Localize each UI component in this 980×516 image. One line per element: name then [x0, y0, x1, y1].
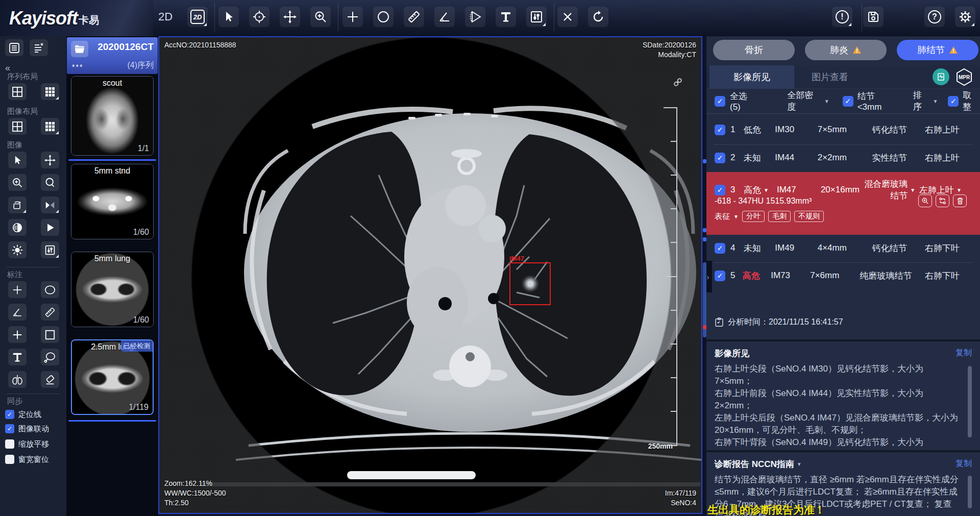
sync-option-window-level[interactable]: 窗宽窗位	[5, 454, 49, 465]
study-header[interactable]: 20200126CT *** (4)序列	[67, 37, 158, 74]
annotation-ruler-button[interactable]	[41, 304, 59, 321]
module-fracture-button[interactable]: 骨折	[713, 40, 795, 60]
follow-up-compare-button[interactable]	[936, 194, 949, 207]
trait-tag[interactable]: 不规则	[794, 211, 824, 222]
round-checkbox[interactable]: ✓	[948, 96, 959, 107]
image-layout-3x3-button[interactable]	[41, 118, 59, 135]
lung-segmentation-button[interactable]	[8, 371, 27, 388]
nodule-row-3-expanded[interactable]: ✓ 3 高危 ▼ IM47 20×16mm 混合磨玻璃结节 ▼ 左肺上叶 ▼ -…	[706, 172, 980, 235]
small-nodule-checkbox[interactable]: ✓	[843, 96, 853, 107]
module-lung-nodule-button[interactable]: 肺结节	[897, 40, 978, 60]
round-label[interactable]: 取整	[963, 89, 980, 113]
annotation-callout-button[interactable]	[41, 349, 59, 365]
nodule-marker-red[interactable]	[703, 325, 706, 329]
nodule-roi-box[interactable]: IM47	[509, 262, 551, 305]
pan-tool-button-side[interactable]	[41, 152, 59, 168]
sync-option-zoom-pan[interactable]: 缩放平移	[5, 438, 49, 450]
density-filter-dropdown[interactable]: 全部密度	[787, 89, 821, 113]
annotation-rectangle-button[interactable]	[41, 326, 59, 343]
eraser-button[interactable]	[41, 371, 59, 388]
select-tool-button-side[interactable]	[8, 152, 27, 168]
settings-button[interactable]	[955, 7, 975, 27]
cine-play-button-side[interactable]	[41, 219, 59, 236]
small-nodule-label[interactable]: 结节<3mm	[857, 90, 899, 112]
rotate-button-side[interactable]	[8, 196, 27, 213]
checkbox-unchecked[interactable]	[5, 439, 14, 449]
findings-scrollbar[interactable]	[968, 366, 972, 437]
delete-annotation-button[interactable]	[557, 7, 578, 27]
localizer-tool-button[interactable]	[249, 7, 270, 27]
cobb-angle-tool-button[interactable]	[465, 7, 485, 27]
text-tool-button[interactable]	[496, 7, 516, 27]
angle-tool-button[interactable]	[434, 7, 455, 27]
checkbox-unchecked[interactable]	[5, 455, 14, 464]
tab-image-view[interactable]: 图片查看	[794, 65, 866, 89]
checkbox-checked[interactable]: ✓	[5, 410, 14, 419]
reset-button[interactable]	[588, 7, 608, 27]
row-checkbox[interactable]: ✓	[715, 153, 725, 163]
sync-option-image-link[interactable]: ✓ 图像联动	[5, 423, 49, 434]
layout-2d-button[interactable]: 2D	[187, 7, 208, 27]
module-pneumonia-button[interactable]: 肺炎	[805, 40, 887, 60]
annotation-angle-button[interactable]	[8, 304, 27, 321]
image-layout-2x2-button[interactable]	[8, 118, 27, 135]
series-layout-2x2-button[interactable]	[8, 83, 27, 100]
crosshair-tool-button[interactable]	[342, 7, 363, 27]
chevron-down-icon[interactable]: ▼	[797, 461, 802, 467]
magnify-nodule-button[interactable]	[918, 194, 932, 207]
tab-findings[interactable]: 影像所见	[709, 65, 794, 89]
thumbnail-scout[interactable]: scout 1/1	[71, 76, 154, 156]
ct-image-viewport[interactable]: AccNO:202101158888 SDate:20200126 Modali…	[158, 36, 702, 514]
window-level-button-side[interactable]	[41, 241, 59, 258]
nodule-row-5[interactable]: ✓ 5 高危 IM73 7×6mm 纯磨玻璃结节 右肺下叶	[706, 263, 980, 288]
nodule-risk-dropdown[interactable]: 高危	[744, 184, 761, 196]
trait-dropdown[interactable]: 表征	[715, 212, 730, 222]
annotation-point-button[interactable]	[8, 326, 27, 343]
annotation-crosshair-button[interactable]	[8, 281, 27, 298]
report-copy-button[interactable]: 复制	[955, 458, 972, 469]
worklist-button[interactable]	[5, 39, 23, 56]
brightness-button-side[interactable]	[8, 241, 27, 258]
ellipse-tool-button[interactable]	[373, 7, 394, 27]
select-all-label[interactable]: 全选(5)	[730, 90, 757, 112]
slice-scrollbar[interactable]	[703, 36, 706, 514]
row-checkbox[interactable]: ✓	[715, 243, 725, 254]
nodule-type-dropdown[interactable]: 混合磨玻璃结节	[860, 178, 908, 202]
row-checkbox[interactable]: ✓	[715, 185, 725, 195]
nodule-marker-blue[interactable]	[703, 237, 706, 241]
nodule-row-1[interactable]: ✓ 1 低危 IM30 7×5mm 钙化结节 右肺上叶	[706, 117, 980, 142]
row-checkbox[interactable]: ✓	[715, 125, 725, 135]
magnify-button-side[interactable]	[41, 174, 59, 191]
row-checkbox[interactable]: ✓	[715, 271, 725, 281]
select-tool-button[interactable]	[218, 7, 239, 27]
series-layout-3x3-button[interactable]	[41, 83, 59, 100]
pan-tool-button[interactable]	[280, 7, 300, 27]
save-button[interactable]	[863, 7, 884, 27]
flip-button-side[interactable]	[41, 196, 59, 213]
zoom-tool-button[interactable]	[310, 7, 331, 27]
nodule-marker-blue[interactable]	[703, 159, 706, 163]
nodule-marker-blue[interactable]	[703, 228, 706, 232]
annotation-text-button[interactable]	[8, 349, 27, 365]
nodule-row-4[interactable]: ✓ 4 未知 IM49 4×4mm 钙化结节 右肺下叶	[706, 236, 980, 260]
zoom-in-button-side[interactable]	[8, 174, 27, 191]
select-all-checkbox[interactable]: ✓	[715, 96, 725, 107]
checkbox-checked[interactable]: ✓	[5, 424, 14, 433]
thumbnail-5mm-stnd[interactable]: 5mm stnd 1/60	[71, 164, 154, 239]
series-list-button[interactable]	[30, 39, 48, 56]
mpr-button[interactable]: MPR	[955, 68, 973, 86]
annotation-ellipse-button[interactable]	[41, 281, 59, 298]
trait-tag[interactable]: 毛刺	[768, 211, 791, 222]
findings-copy-button[interactable]: 复制	[955, 348, 972, 358]
invert-button-side[interactable]	[8, 219, 27, 236]
window-level-tool-button[interactable]	[526, 7, 547, 27]
nodule-row-2[interactable]: ✓ 2 未知 IM44 2×2mm 实性结节 右肺上叶	[706, 145, 980, 170]
ruler-tool-button[interactable]	[404, 7, 424, 27]
sync-option-localizer[interactable]: ✓ 定位线	[5, 409, 41, 420]
thumbnail-5mm-lung[interactable]: 5mm lung 1/60	[71, 252, 154, 327]
help-button[interactable]: ?	[924, 7, 945, 27]
sort-dropdown[interactable]: 排序	[913, 89, 930, 113]
report-scrollbar[interactable]	[968, 476, 972, 508]
thumbnail-2.5mm-lung[interactable]: 已经检测 2.5mm lung 1/119	[71, 339, 154, 415]
delete-nodule-button[interactable]	[953, 194, 967, 207]
